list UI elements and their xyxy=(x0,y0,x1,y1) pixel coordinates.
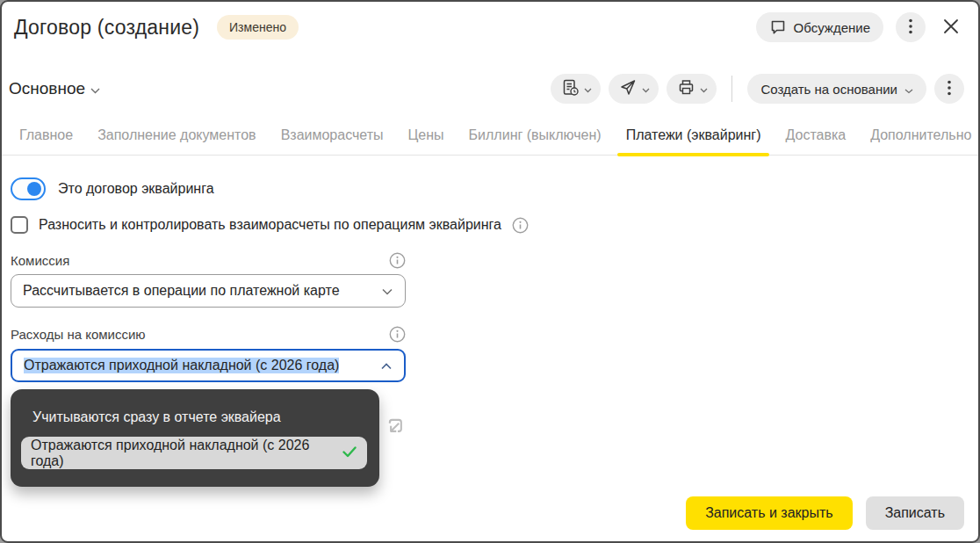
commission-expenses-label-row: Расходы на комиссию xyxy=(11,326,406,343)
page-title: Договор (создание) xyxy=(14,16,199,40)
dropdown-option-selected[interactable]: Отражаются приходной накладной (с 2026 г… xyxy=(21,437,367,469)
info-icon[interactable] xyxy=(389,326,406,343)
kebab-icon xyxy=(948,80,951,98)
close-icon xyxy=(942,18,960,38)
save-and-close-button[interactable]: Записать и закрыть xyxy=(686,496,853,530)
discussion-button[interactable]: Обсуждение xyxy=(756,12,883,42)
posting-checkbox-row: Разносить и контролировать взаиморасчеты… xyxy=(11,216,978,234)
tab-dopolnitelno[interactable]: Дополнительно xyxy=(860,127,980,155)
dropdown-option-label: Отражаются приходной накладной (с 2026 г… xyxy=(31,438,342,469)
tab-dostavka[interactable]: Доставка xyxy=(775,127,856,155)
chat-icon xyxy=(769,18,787,36)
tab-platezhi-ekvayring[interactable]: Платежи (эквайринг) xyxy=(616,127,772,155)
modified-badge: Изменено xyxy=(217,15,299,40)
create-based-on-label: Создать на основании xyxy=(760,82,897,97)
toggle-knob xyxy=(27,182,41,196)
commission-select-value: Рассчитывается в операции по платежной к… xyxy=(23,283,340,299)
close-button[interactable] xyxy=(938,14,964,40)
commission-expenses-select[interactable]: Отражаются приходной накладной (с 2026 г… xyxy=(11,349,406,382)
window-header: Договор (создание) Изменено Обсуждение xyxy=(2,2,978,42)
send-icon xyxy=(619,78,638,99)
tab-billing[interactable]: Биллинг (выключен) xyxy=(458,127,612,155)
subheader: Основное xyxy=(9,74,964,104)
chevron-down-icon xyxy=(904,82,913,97)
document-clock-icon xyxy=(561,78,580,99)
chevron-up-icon xyxy=(381,358,392,373)
commission-expenses-dropdown: Учитываются сразу в отчете эквайера Отра… xyxy=(11,389,379,487)
chevron-down-icon xyxy=(90,79,100,98)
contract-window: Договор (создание) Изменено Обсуждение xyxy=(0,0,980,543)
acquiring-toggle-row: Это договор эквайринга xyxy=(11,177,978,200)
tab-bar: Главное Заполнение документов Взаиморасч… xyxy=(2,127,978,156)
info-icon[interactable] xyxy=(512,217,529,234)
toolbar-more-button[interactable] xyxy=(934,74,964,104)
send-button[interactable] xyxy=(609,74,659,104)
footer-actions: Записать и закрыть Записать xyxy=(686,496,964,530)
posting-checkbox[interactable] xyxy=(11,216,28,234)
chevron-down-icon xyxy=(700,83,708,96)
tab-content: Это договор эквайринга Разносить и контр… xyxy=(2,177,978,487)
print-button[interactable] xyxy=(667,74,717,104)
tab-vzaimoraschety[interactable]: Взаиморасчеты xyxy=(270,127,394,155)
info-icon[interactable] xyxy=(389,252,406,269)
printer-icon xyxy=(677,78,695,99)
commission-expenses-select-value: Отражаются приходной накладной (с 2026 г… xyxy=(24,358,339,373)
open-in-window-icon[interactable] xyxy=(385,415,407,441)
kebab-icon xyxy=(909,18,912,37)
acquiring-toggle-label: Это договор эквайринга xyxy=(58,181,214,197)
discussion-button-label: Обсуждение xyxy=(794,20,870,35)
document-journal-button[interactable] xyxy=(551,74,601,104)
chevron-down-icon xyxy=(584,83,592,96)
check-icon xyxy=(342,445,357,461)
commission-select[interactable]: Рассчитывается в операции по платежной к… xyxy=(11,274,406,308)
commission-expenses-label: Расходы на комиссию xyxy=(11,327,146,342)
chevron-down-icon xyxy=(642,83,650,96)
tab-tseny[interactable]: Цены xyxy=(398,127,455,155)
chevron-down-icon xyxy=(382,283,393,299)
section-selector[interactable]: Основное xyxy=(9,79,100,98)
tab-glavnoe[interactable]: Главное xyxy=(9,127,83,155)
commission-label-row: Комиссия xyxy=(11,252,406,269)
toolbar-divider xyxy=(731,76,732,102)
toolbar: Создать на основании xyxy=(551,74,964,104)
section-selector-label: Основное xyxy=(9,79,85,98)
posting-checkbox-label: Разносить и контролировать взаиморасчеты… xyxy=(39,217,501,233)
commission-label: Комиссия xyxy=(11,253,69,268)
tab-zapolnenie-dokumentov[interactable]: Заполнение документов xyxy=(87,127,266,155)
dropdown-option[interactable]: Учитываются сразу в отчете эквайера xyxy=(11,409,379,425)
header-more-button[interactable] xyxy=(896,12,926,42)
create-based-on-button[interactable]: Создать на основании xyxy=(747,74,926,104)
acquiring-toggle[interactable] xyxy=(11,177,46,200)
save-button[interactable]: Записать xyxy=(866,496,964,530)
